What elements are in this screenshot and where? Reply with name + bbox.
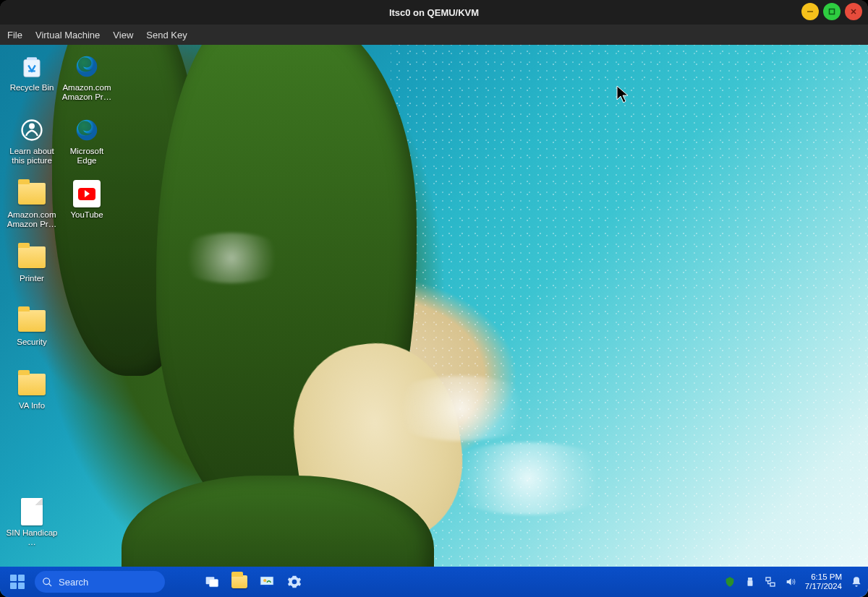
minimize-icon [806, 7, 814, 16]
desktop-icon-label: Amazon.com Amazon Pr… [6, 210, 58, 229]
amazon-folder-icon [17, 179, 46, 208]
desktop-icons: Recycle BinAmazon.com Amazon Pr…Learn ab… [4, 49, 114, 557]
taskbar-task-view[interactable] [200, 570, 224, 594]
tray-date: 7/17/2024 [805, 582, 842, 591]
sin-handicap-file-icon [17, 497, 46, 526]
desktop-icon-label: YouTube [70, 210, 103, 220]
desktop-icon-va-info-folder[interactable]: VA Info [4, 367, 59, 429]
taskbar-file-explorer[interactable] [227, 570, 252, 594]
desktop-icon-microsoft-edge[interactable]: Microsoft Edge [59, 113, 114, 175]
desktop-icon-youtube[interactable]: YouTube [59, 176, 114, 239]
svg-rect-0 [807, 11, 813, 12]
security-folder-icon [17, 306, 46, 335]
svg-point-12 [263, 579, 266, 582]
taskbar-pinned [200, 570, 307, 594]
wallpaper [0, 45, 868, 597]
svg-rect-14 [747, 580, 752, 586]
tray-volume-icon[interactable] [785, 576, 796, 588]
start-button[interactable] [6, 570, 29, 593]
va-info-folder-icon [17, 370, 46, 399]
maximize-icon [827, 7, 836, 16]
close-button[interactable] [845, 3, 862, 20]
vm-title: ltsc0 on QEMU/KVM [389, 7, 479, 18]
desktop-icon-amazon-edge[interactable]: Amazon.com Amazon Pr… [59, 49, 114, 111]
minimize-button[interactable] [801, 3, 819, 20]
search-placeholder: Search [59, 577, 88, 588]
desktop-icon-label: VA Info [19, 401, 45, 411]
menu-virtual-machine[interactable]: Virtual Machine [35, 30, 100, 40]
search-icon [42, 577, 53, 588]
microsoft-edge-icon [72, 116, 101, 145]
tray-time: 6:15 PM [805, 572, 842, 582]
desktop-icon-label: Learn about this picture [6, 147, 58, 166]
tray-network-icon[interactable] [765, 576, 776, 588]
desktop-icon-printer-folder[interactable]: Printer [4, 240, 59, 302]
desktop-icon-label: Security [17, 338, 47, 347]
close-icon [849, 7, 858, 16]
taskbar-app-monitor[interactable] [255, 570, 279, 594]
printer-folder-icon [17, 243, 46, 272]
svg-rect-16 [770, 583, 775, 586]
menu-view[interactable]: View [113, 30, 133, 40]
tray-usb-icon[interactable] [744, 576, 756, 588]
desktop-icon-recycle-bin[interactable]: Recycle Bin [4, 49, 59, 111]
guest-screen: Recycle BinAmazon.com Amazon Pr…Learn ab… [0, 45, 868, 597]
svg-rect-13 [748, 577, 752, 580]
desktop-icon-label: Amazon.com Amazon Pr… [61, 83, 113, 102]
window-controls [801, 3, 862, 20]
amazon-edge-icon [72, 52, 101, 81]
learn-picture-icon [17, 116, 46, 145]
svg-rect-10 [260, 577, 273, 585]
desktop-icon-label: Printer [20, 274, 44, 283]
desktop-icon-learn-picture[interactable]: Learn about this picture [4, 113, 59, 175]
menu-send-key[interactable]: Send Key [146, 30, 187, 40]
svg-point-6 [29, 124, 35, 129]
folder-icon [231, 575, 247, 588]
monitor-icon [259, 574, 275, 590]
svg-rect-2 [24, 60, 40, 77]
desktop-icon-amazon-folder[interactable]: Amazon.com Amazon Pr… [4, 176, 59, 239]
tray-datetime[interactable]: 6:15 PM 7/17/2024 [805, 572, 842, 591]
taskbar-settings[interactable] [282, 570, 307, 594]
system-tray: 6:15 PM 7/17/2024 [724, 572, 862, 591]
svg-rect-11 [265, 586, 269, 588]
svg-rect-1 [830, 9, 835, 14]
svg-rect-3 [27, 57, 37, 60]
desktop-icon-label: SIN Handicap … [6, 528, 58, 547]
desktop-icon-security-folder[interactable]: Security [4, 304, 59, 366]
menu-file[interactable]: File [7, 30, 22, 40]
recycle-bin-icon [17, 52, 46, 81]
vm-titlebar: ltsc0 on QEMU/KVM [0, 0, 868, 25]
taskbar-search[interactable]: Search [35, 571, 165, 593]
task-view-icon [205, 575, 219, 589]
desktop-icon-label: Recycle Bin [10, 83, 54, 93]
taskbar: Search [0, 567, 868, 597]
desktop-icon-sin-handicap-file[interactable]: SIN Handicap … [4, 494, 59, 557]
gear-icon [287, 575, 302, 589]
tray-notifications[interactable] [851, 576, 862, 588]
tray-security-icon[interactable] [724, 576, 736, 588]
vm-window: ltsc0 on QEMU/KVM File Virtual Machine V… [0, 0, 868, 597]
maximize-button[interactable] [823, 3, 841, 20]
youtube-icon [72, 179, 101, 208]
svg-rect-9 [210, 580, 218, 587]
desktop-icon-label: Microsoft Edge [61, 147, 113, 166]
svg-rect-15 [766, 577, 770, 581]
vm-menubar: File Virtual Machine View Send Key [0, 25, 868, 45]
